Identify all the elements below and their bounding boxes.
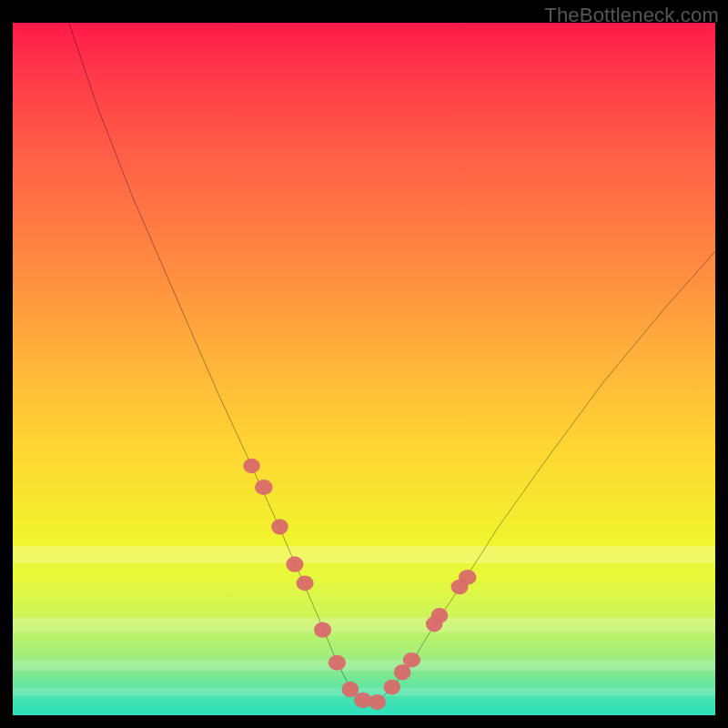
svg-point-2 — [271, 519, 288, 534]
watermark-text: TheBottleneck.com — [544, 4, 719, 27]
svg-point-7 — [342, 682, 359, 698]
svg-point-9 — [369, 694, 386, 710]
svg-point-12 — [403, 652, 420, 667]
highlight-dots — [13, 23, 715, 715]
svg-point-3 — [286, 556, 303, 571]
svg-point-5 — [314, 622, 331, 638]
svg-point-0 — [243, 459, 260, 473]
svg-point-6 — [329, 655, 346, 671]
plot-area — [13, 23, 715, 715]
chart-frame: TheBottleneck.com — [0, 0, 728, 728]
svg-point-14 — [431, 608, 449, 623]
svg-point-16 — [459, 570, 477, 585]
svg-point-1 — [255, 480, 273, 495]
svg-point-10 — [384, 680, 401, 695]
svg-point-4 — [297, 576, 314, 592]
